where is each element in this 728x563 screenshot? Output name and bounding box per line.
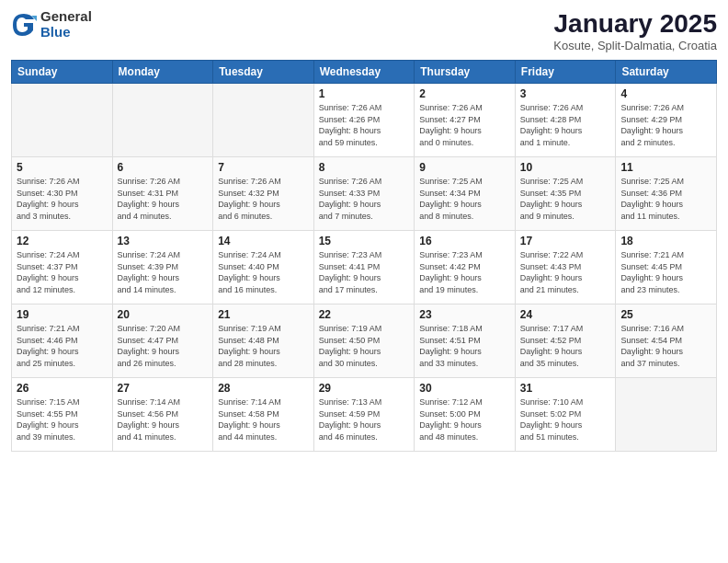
col-sunday: Sunday: [12, 61, 113, 84]
table-row: 16Sunrise: 7:23 AM Sunset: 4:42 PM Dayli…: [415, 231, 516, 304]
col-monday: Monday: [112, 61, 213, 84]
day-info: Sunrise: 7:12 AM Sunset: 5:00 PM Dayligh…: [419, 396, 510, 442]
day-info: Sunrise: 7:25 AM Sunset: 4:35 PM Dayligh…: [520, 176, 611, 222]
table-row: [213, 84, 314, 157]
day-number: 3: [520, 87, 611, 100]
day-number: 23: [419, 308, 510, 321]
calendar-week-row: 26Sunrise: 7:15 AM Sunset: 4:55 PM Dayli…: [12, 378, 717, 452]
day-number: 26: [17, 382, 108, 395]
day-info: Sunrise: 7:18 AM Sunset: 4:51 PM Dayligh…: [419, 323, 510, 369]
day-number: 17: [520, 235, 611, 247]
day-info: Sunrise: 7:24 AM Sunset: 4:37 PM Dayligh…: [17, 249, 108, 295]
col-thursday: Thursday: [415, 61, 516, 84]
day-number: 29: [319, 382, 410, 395]
day-info: Sunrise: 7:25 AM Sunset: 4:34 PM Dayligh…: [419, 176, 510, 222]
table-row: 30Sunrise: 7:12 AM Sunset: 5:00 PM Dayli…: [415, 378, 516, 452]
day-number: 19: [17, 308, 108, 321]
day-number: 7: [218, 161, 309, 174]
calendar-header-row: Sunday Monday Tuesday Wednesday Thursday…: [12, 61, 717, 84]
table-row: 29Sunrise: 7:13 AM Sunset: 4:59 PM Dayli…: [313, 378, 415, 452]
day-number: 9: [419, 161, 510, 174]
header: General Blue January 2025 Kosute, Split-…: [11, 9, 717, 52]
table-row: 6Sunrise: 7:26 AM Sunset: 4:31 PM Daylig…: [112, 157, 213, 231]
day-number: 18: [620, 235, 711, 247]
day-number: 28: [218, 382, 309, 395]
day-info: Sunrise: 7:15 AM Sunset: 4:55 PM Dayligh…: [17, 396, 108, 442]
day-info: Sunrise: 7:19 AM Sunset: 4:48 PM Dayligh…: [218, 323, 309, 369]
table-row: 27Sunrise: 7:14 AM Sunset: 4:56 PM Dayli…: [112, 378, 213, 452]
calendar-table: Sunday Monday Tuesday Wednesday Thursday…: [11, 60, 717, 452]
logo-blue-text: Blue: [40, 25, 92, 40]
day-number: 16: [419, 235, 510, 247]
title-block: January 2025 Kosute, Split-Dalmatia, Cro…: [553, 9, 717, 52]
calendar-week-row: 5Sunrise: 7:26 AM Sunset: 4:30 PM Daylig…: [12, 157, 717, 231]
table-row: 10Sunrise: 7:25 AM Sunset: 4:35 PM Dayli…: [515, 157, 616, 231]
day-info: Sunrise: 7:22 AM Sunset: 4:43 PM Dayligh…: [520, 249, 611, 295]
day-info: Sunrise: 7:16 AM Sunset: 4:54 PM Dayligh…: [620, 323, 711, 369]
day-number: 20: [118, 308, 209, 321]
table-row: 12Sunrise: 7:24 AM Sunset: 4:37 PM Dayli…: [12, 231, 113, 304]
day-number: 13: [118, 235, 209, 247]
logo: General Blue: [11, 9, 92, 40]
table-row: 17Sunrise: 7:22 AM Sunset: 4:43 PM Dayli…: [515, 231, 616, 304]
table-row: 25Sunrise: 7:16 AM Sunset: 4:54 PM Dayli…: [616, 304, 717, 378]
day-info: Sunrise: 7:26 AM Sunset: 4:29 PM Dayligh…: [620, 102, 711, 148]
calendar-week-row: 19Sunrise: 7:21 AM Sunset: 4:46 PM Dayli…: [12, 304, 717, 378]
day-number: 25: [620, 308, 711, 321]
day-info: Sunrise: 7:25 AM Sunset: 4:36 PM Dayligh…: [620, 176, 711, 222]
day-info: Sunrise: 7:14 AM Sunset: 4:56 PM Dayligh…: [118, 396, 209, 442]
table-row: 18Sunrise: 7:21 AM Sunset: 4:45 PM Dayli…: [616, 231, 717, 304]
day-number: 2: [419, 87, 510, 100]
day-info: Sunrise: 7:24 AM Sunset: 4:40 PM Dayligh…: [218, 249, 309, 295]
table-row: 4Sunrise: 7:26 AM Sunset: 4:29 PM Daylig…: [616, 84, 717, 157]
day-info: Sunrise: 7:24 AM Sunset: 4:39 PM Dayligh…: [118, 249, 209, 295]
day-number: 1: [319, 87, 410, 100]
calendar-week-row: 1Sunrise: 7:26 AM Sunset: 4:26 PM Daylig…: [12, 84, 717, 157]
day-number: 31: [520, 382, 611, 395]
day-number: 5: [17, 161, 108, 174]
day-number: 30: [419, 382, 510, 395]
table-row: 5Sunrise: 7:26 AM Sunset: 4:30 PM Daylig…: [12, 157, 113, 231]
table-row: 31Sunrise: 7:10 AM Sunset: 5:02 PM Dayli…: [515, 378, 616, 452]
table-row: 3Sunrise: 7:26 AM Sunset: 4:28 PM Daylig…: [515, 84, 616, 157]
day-info: Sunrise: 7:17 AM Sunset: 4:52 PM Dayligh…: [520, 323, 611, 369]
table-row: [112, 84, 213, 157]
table-row: 26Sunrise: 7:15 AM Sunset: 4:55 PM Dayli…: [12, 378, 113, 452]
day-info: Sunrise: 7:14 AM Sunset: 4:58 PM Dayligh…: [218, 396, 309, 442]
day-info: Sunrise: 7:26 AM Sunset: 4:31 PM Dayligh…: [118, 176, 209, 222]
logo-general-text: General: [40, 9, 92, 25]
table-row: 14Sunrise: 7:24 AM Sunset: 4:40 PM Dayli…: [213, 231, 314, 304]
day-number: 8: [319, 161, 410, 174]
day-number: 11: [620, 161, 711, 174]
table-row: 9Sunrise: 7:25 AM Sunset: 4:34 PM Daylig…: [415, 157, 516, 231]
table-row: 2Sunrise: 7:26 AM Sunset: 4:27 PM Daylig…: [415, 84, 516, 157]
day-number: 4: [620, 87, 711, 100]
day-number: 21: [218, 308, 309, 321]
day-info: Sunrise: 7:19 AM Sunset: 4:50 PM Dayligh…: [319, 323, 410, 369]
table-row: 23Sunrise: 7:18 AM Sunset: 4:51 PM Dayli…: [415, 304, 516, 378]
day-info: Sunrise: 7:21 AM Sunset: 4:46 PM Dayligh…: [17, 323, 108, 369]
table-row: 28Sunrise: 7:14 AM Sunset: 4:58 PM Dayli…: [213, 378, 314, 452]
day-info: Sunrise: 7:26 AM Sunset: 4:30 PM Dayligh…: [17, 176, 108, 222]
table-row: 1Sunrise: 7:26 AM Sunset: 4:26 PM Daylig…: [313, 84, 415, 157]
table-row: 24Sunrise: 7:17 AM Sunset: 4:52 PM Dayli…: [515, 304, 616, 378]
day-info: Sunrise: 7:13 AM Sunset: 4:59 PM Dayligh…: [319, 396, 410, 442]
day-number: 24: [520, 308, 611, 321]
day-info: Sunrise: 7:26 AM Sunset: 4:32 PM Dayligh…: [218, 176, 309, 222]
day-info: Sunrise: 7:10 AM Sunset: 5:02 PM Dayligh…: [520, 396, 611, 442]
day-number: 22: [319, 308, 410, 321]
day-number: 12: [17, 235, 108, 247]
table-row: [616, 378, 717, 452]
table-row: 21Sunrise: 7:19 AM Sunset: 4:48 PM Dayli…: [213, 304, 314, 378]
table-row: 20Sunrise: 7:20 AM Sunset: 4:47 PM Dayli…: [112, 304, 213, 378]
calendar-page: General Blue January 2025 Kosute, Split-…: [0, 0, 728, 563]
day-number: 6: [118, 161, 209, 174]
table-row: 11Sunrise: 7:25 AM Sunset: 4:36 PM Dayli…: [616, 157, 717, 231]
day-info: Sunrise: 7:20 AM Sunset: 4:47 PM Dayligh…: [118, 323, 209, 369]
day-info: Sunrise: 7:21 AM Sunset: 4:45 PM Dayligh…: [620, 249, 711, 295]
day-number: 10: [520, 161, 611, 174]
day-info: Sunrise: 7:23 AM Sunset: 4:41 PM Dayligh…: [319, 249, 410, 295]
day-info: Sunrise: 7:23 AM Sunset: 4:42 PM Dayligh…: [419, 249, 510, 295]
col-tuesday: Tuesday: [213, 61, 314, 84]
table-row: 22Sunrise: 7:19 AM Sunset: 4:50 PM Dayli…: [313, 304, 415, 378]
